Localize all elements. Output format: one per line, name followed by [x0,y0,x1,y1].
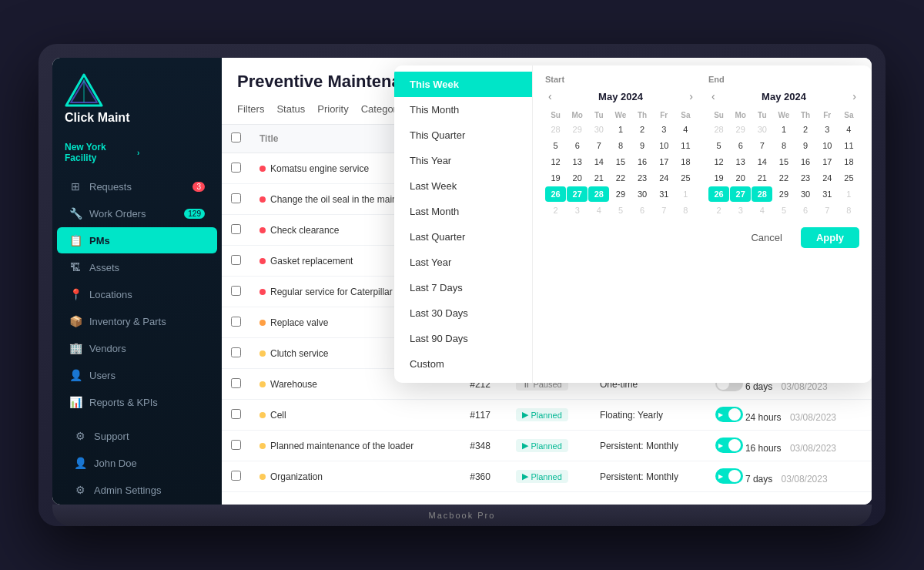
cal-day[interactable]: 21 [588,170,609,186]
dp-option-last-week[interactable]: Last Week [394,173,532,199]
cal-day[interactable]: 28 [708,122,729,137]
cal-day[interactable]: 20 [730,170,751,186]
end-next-button[interactable]: › [849,89,859,104]
row-checkbox[interactable] [231,409,241,419]
cal-day[interactable]: 22 [773,170,794,186]
cal-day[interactable]: 21 [752,170,772,186]
cal-day[interactable]: 24 [654,170,675,186]
facility-selector[interactable]: New York Facility › [52,137,222,173]
cal-day[interactable]: 23 [632,170,653,186]
cal-day[interactable]: 4 [839,122,859,137]
end-prev-button[interactable]: ‹ [708,89,718,104]
sidebar-item-reports[interactable]: 📊 Reports & KPIs [57,389,217,415]
cal-day[interactable]: 17 [817,154,838,169]
cal-day[interactable]: 2 [795,122,816,137]
cal-day[interactable]: 7 [588,138,609,153]
cal-day[interactable]: 30 [752,122,772,137]
sidebar-item-admin[interactable]: ⚙ Admin Settings [62,477,213,503]
sidebar-item-locations[interactable]: 📍 Locations [57,281,217,307]
cal-day[interactable]: 6 [730,138,751,153]
dp-option-last-month[interactable]: Last Month [394,199,532,224]
cal-day[interactable]: 7 [817,203,838,218]
cal-day[interactable]: 3 [817,122,838,137]
cal-day[interactable]: 29 [567,122,588,137]
cal-day[interactable]: 2 [632,122,653,137]
sidebar-item-assets[interactable]: 🏗 Assets [57,254,217,280]
cal-day[interactable]: 8 [675,203,696,218]
sidebar-item-users[interactable]: 👤 Users [57,362,217,388]
cal-day[interactable]: 6 [632,203,653,218]
cal-day[interactable]: 11 [839,138,859,153]
date-picker-panel[interactable]: This WeekThis MonthThis QuarterThis Year… [394,65,872,383]
cal-day[interactable]: 31 [817,186,838,202]
dp-option-this-month[interactable]: This Month [394,97,532,122]
sidebar-item-inventory[interactable]: 📦 Inventory & Parts [57,308,217,334]
cal-day[interactable]: 27 [730,186,751,202]
cal-day[interactable]: 31 [654,186,675,202]
toggle-on[interactable] [715,438,743,453]
cal-day[interactable]: 28 [588,186,609,202]
cal-day[interactable]: 11 [675,138,696,153]
cal-day[interactable]: 9 [632,138,653,153]
start-next-button[interactable]: › [686,89,696,104]
cal-day[interactable]: 29 [773,186,794,202]
row-checkbox[interactable] [231,440,241,450]
dp-option-last-30-days[interactable]: Last 30 Days [394,300,532,326]
cal-day[interactable]: 19 [545,170,566,186]
dp-option-this-week[interactable]: This Week [394,72,532,97]
cal-day[interactable]: 3 [567,203,588,218]
collapse-sidebar-button[interactable]: « Collapse sidebar [57,504,217,505]
filter-status[interactable]: Status [276,102,305,116]
sidebar-item-requests[interactable]: ⊞ Requests 3 [57,173,217,200]
cal-day[interactable]: 17 [654,154,675,169]
cal-day[interactable]: 30 [588,122,609,137]
cal-day[interactable]: 19 [708,170,729,186]
cal-day[interactable]: 30 [632,186,653,202]
cal-day[interactable]: 1 [839,186,859,202]
cal-day[interactable]: 5 [610,203,631,218]
dp-option-this-quarter[interactable]: This Quarter [394,122,532,148]
cal-day[interactable]: 27 [567,186,588,202]
cal-day[interactable]: 9 [795,138,816,153]
toggle-on[interactable] [715,468,743,484]
dp-option-last-90-days[interactable]: Last 90 Days [394,326,532,351]
cal-day[interactable]: 5 [545,138,566,153]
cal-day[interactable]: 2 [545,203,566,218]
cal-day[interactable]: 16 [795,154,816,169]
cal-day[interactable]: 6 [795,203,816,218]
cal-day[interactable]: 14 [588,154,609,169]
cal-day[interactable]: 15 [610,154,631,169]
cal-day[interactable]: 4 [752,203,772,218]
sidebar-item-work-orders[interactable]: 🔧 Work Orders 129 [57,200,217,226]
cal-day[interactable]: 16 [632,154,653,169]
cal-day[interactable]: 22 [610,170,631,186]
dp-option-last-7-days[interactable]: Last 7 Days [394,275,532,300]
cal-day[interactable]: 4 [675,122,696,137]
apply-button[interactable]: Apply [801,227,859,248]
cal-day[interactable]: 23 [795,170,816,186]
cal-day[interactable]: 12 [708,154,729,169]
row-checkbox[interactable] [231,255,241,265]
row-checkbox[interactable] [231,224,241,234]
row-checkbox[interactable] [231,163,241,173]
sidebar-item-pms[interactable]: 📋 PMs [57,227,217,253]
cal-day[interactable]: 4 [588,203,609,218]
sidebar-item-user[interactable]: 👤 John Doe [62,450,213,476]
row-checkbox[interactable] [231,471,241,481]
cal-day[interactable]: 24 [817,170,838,186]
cal-day[interactable]: 2 [708,203,729,218]
cal-day[interactable]: 13 [567,154,588,169]
cal-day[interactable]: 5 [773,203,794,218]
row-checkbox[interactable] [231,317,241,327]
dp-option-this-year[interactable]: This Year [394,148,532,173]
row-checkbox[interactable] [231,347,241,357]
cancel-button[interactable]: Cancel [738,227,794,248]
start-prev-button[interactable]: ‹ [545,89,555,104]
cal-day[interactable]: 1 [610,122,631,137]
cal-day[interactable]: 25 [839,170,859,186]
sidebar-item-support[interactable]: ⚙ Support [62,423,213,449]
cal-day[interactable]: 13 [730,154,751,169]
cal-day[interactable]: 1 [773,122,794,137]
row-checkbox[interactable] [231,193,241,203]
toggle-on[interactable] [715,407,743,422]
